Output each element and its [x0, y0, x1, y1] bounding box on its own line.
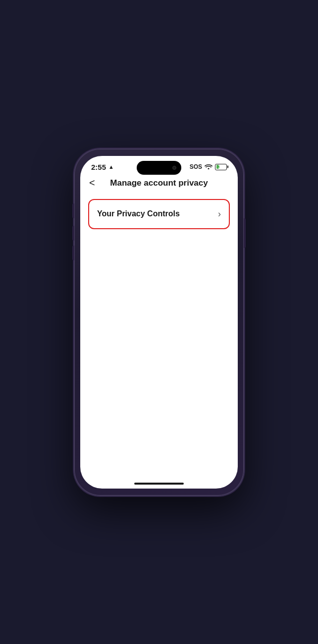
page-title: Manage account privacy	[110, 178, 208, 188]
camera-dot	[172, 166, 176, 170]
nav-header: < Manage account privacy	[80, 174, 238, 194]
dynamic-island	[137, 161, 181, 175]
battery-percent: 35	[218, 164, 223, 170]
phone-screen: 2:55 ▲ SOS	[80, 156, 238, 489]
privacy-controls-label: Your Privacy Controls	[97, 209, 180, 218]
privacy-controls-row[interactable]: Your Privacy Controls ›	[88, 199, 230, 229]
chevron-right-icon: ›	[218, 209, 221, 219]
status-icons: SOS 35	[190, 163, 227, 171]
battery-icon: 35	[215, 164, 227, 170]
battery-indicator: 35	[215, 164, 227, 170]
time-display: 2:55	[91, 163, 106, 171]
status-bar: 2:55 ▲ SOS	[80, 156, 238, 174]
home-bar	[134, 483, 184, 485]
sos-indicator: SOS	[190, 163, 202, 170]
content-area: Your Privacy Controls ›	[80, 194, 238, 478]
home-indicator	[80, 478, 238, 489]
back-chevron-icon: <	[89, 177, 95, 189]
status-time: 2:55 ▲	[91, 163, 114, 171]
phone-device: 2:55 ▲ SOS	[74, 149, 244, 495]
wifi-icon	[205, 163, 212, 171]
location-icon: ▲	[108, 164, 114, 170]
back-button[interactable]: <	[89, 177, 95, 189]
